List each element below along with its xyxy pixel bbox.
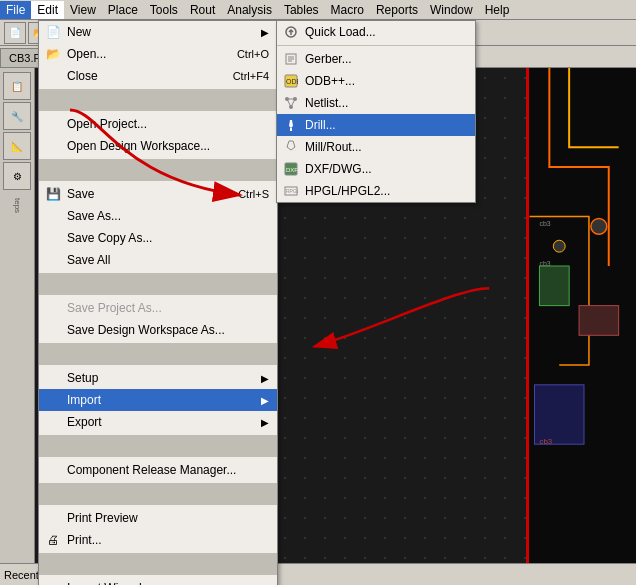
submenu-gerber[interactable]: Gerber...	[277, 48, 475, 70]
side-btn-1[interactable]: 📋	[3, 72, 31, 100]
new-button[interactable]: 📄	[4, 22, 26, 44]
menu-analysis[interactable]: Analysis	[221, 1, 278, 19]
import-submenu[interactable]: Quick Load... Gerber... ODB ODB++... Net…	[276, 20, 476, 203]
menu-open-workspace[interactable]: Open Design Workspace...	[39, 135, 277, 157]
menu-close[interactable]: Close Ctrl+F4	[39, 65, 277, 87]
svg-text:cb3: cb3	[539, 220, 550, 227]
menu-bar: File Edit View Place Tools Rout Analysis…	[0, 0, 636, 20]
separator-5	[39, 435, 277, 457]
svg-text:ODB: ODB	[286, 78, 298, 85]
menu-save-copy[interactable]: Save Copy As...	[39, 227, 277, 249]
svg-marker-25	[287, 141, 295, 150]
submenu-netlist[interactable]: Netlist...	[277, 92, 475, 114]
menu-window[interactable]: Window	[424, 1, 479, 19]
pcb-right-panel: cb3 cb3 cb3	[526, 68, 636, 563]
side-btn-2[interactable]: 🔧	[3, 102, 31, 130]
submenu-hpgl[interactable]: RPGL HPGL/HPGL2...	[277, 180, 475, 202]
submenu-quick-load[interactable]: Quick Load...	[277, 21, 475, 43]
menu-new[interactable]: 📄 New ▶	[39, 21, 277, 43]
svg-point-4	[553, 240, 565, 252]
menu-help[interactable]: Help	[479, 1, 516, 19]
odb-icon: ODB	[281, 71, 301, 91]
menu-print-preview[interactable]: Print Preview	[39, 507, 277, 529]
menu-open-project[interactable]: Open Project...	[39, 113, 277, 135]
left-panel: 📋 🔧 📐 ⚙ teps	[0, 68, 35, 563]
menu-reports[interactable]: Reports	[370, 1, 424, 19]
menu-import-wizard[interactable]: Import Wizard	[39, 577, 277, 585]
drill-icon	[281, 115, 301, 135]
svg-rect-5	[535, 385, 585, 444]
menu-import[interactable]: Import ▶	[39, 389, 277, 411]
menu-component-release[interactable]: Component Release Manager...	[39, 459, 277, 481]
svg-text:RPGL: RPGL	[286, 188, 298, 194]
menu-macro[interactable]: Macro	[325, 1, 370, 19]
separator-1	[39, 89, 277, 111]
menu-tables[interactable]: Tables	[278, 1, 325, 19]
separator-3	[39, 273, 277, 295]
svg-rect-2	[579, 306, 619, 336]
svg-point-3	[591, 218, 607, 234]
separator-2	[39, 159, 277, 181]
svg-text:cb3: cb3	[539, 437, 552, 446]
side-btn-3[interactable]: 📐	[3, 132, 31, 160]
save-menu-icon: 💾	[43, 184, 63, 204]
menu-setup[interactable]: Setup ▶	[39, 367, 277, 389]
menu-view[interactable]: View	[64, 1, 102, 19]
edit-menu[interactable]: 📄 New ▶ 📂 Open... Ctrl+O Close Ctrl+F4 O…	[38, 20, 278, 585]
submenu-dxf[interactable]: DXF DXF/DWG...	[277, 158, 475, 180]
svg-rect-1	[539, 266, 569, 306]
gerber-icon	[281, 49, 301, 69]
print-menu-icon: 🖨	[43, 530, 63, 550]
svg-text:DXF: DXF	[286, 167, 298, 173]
menu-edit[interactable]: Edit	[31, 1, 64, 19]
mill-icon	[281, 137, 301, 157]
open-file-icon: 📂	[43, 44, 63, 64]
menu-save[interactable]: 💾 Save Ctrl+S	[39, 183, 277, 205]
dxf-icon: DXF	[281, 159, 301, 179]
menu-save-all[interactable]: Save All	[39, 249, 277, 271]
svg-text:cb3: cb3	[539, 260, 550, 267]
submenu-mill[interactable]: Mill/Rout...	[277, 136, 475, 158]
new-icon: 📄	[43, 22, 63, 42]
svg-marker-23	[289, 120, 293, 128]
menu-print[interactable]: 🖨 Print...	[39, 529, 277, 551]
menu-open[interactable]: 📂 Open... Ctrl+O	[39, 43, 277, 65]
separator-4	[39, 343, 277, 365]
side-btn-4[interactable]: ⚙	[3, 162, 31, 190]
pcb-svg: cb3 cb3 cb3	[529, 68, 636, 563]
hpgl-icon: RPGL	[281, 181, 301, 201]
quick-load-icon	[281, 22, 301, 42]
menu-save-workspace-as[interactable]: Save Design Workspace As...	[39, 319, 277, 341]
menu-tools[interactable]: Tools	[144, 1, 184, 19]
separator-7	[39, 553, 277, 575]
menu-place[interactable]: Place	[102, 1, 144, 19]
svg-rect-24	[290, 128, 292, 131]
menu-export[interactable]: Export ▶	[39, 411, 277, 433]
menu-file[interactable]: File	[0, 1, 31, 19]
netlist-icon	[281, 93, 301, 113]
submenu-odb[interactable]: ODB ODB++...	[277, 70, 475, 92]
submenu-drill[interactable]: Drill...	[277, 114, 475, 136]
sub-separator-1	[277, 45, 475, 46]
menu-save-as[interactable]: Save As...	[39, 205, 277, 227]
menu-rout[interactable]: Rout	[184, 1, 221, 19]
side-label: teps	[11, 196, 24, 215]
menu-save-project-as: Save Project As...	[39, 297, 277, 319]
separator-6	[39, 483, 277, 505]
